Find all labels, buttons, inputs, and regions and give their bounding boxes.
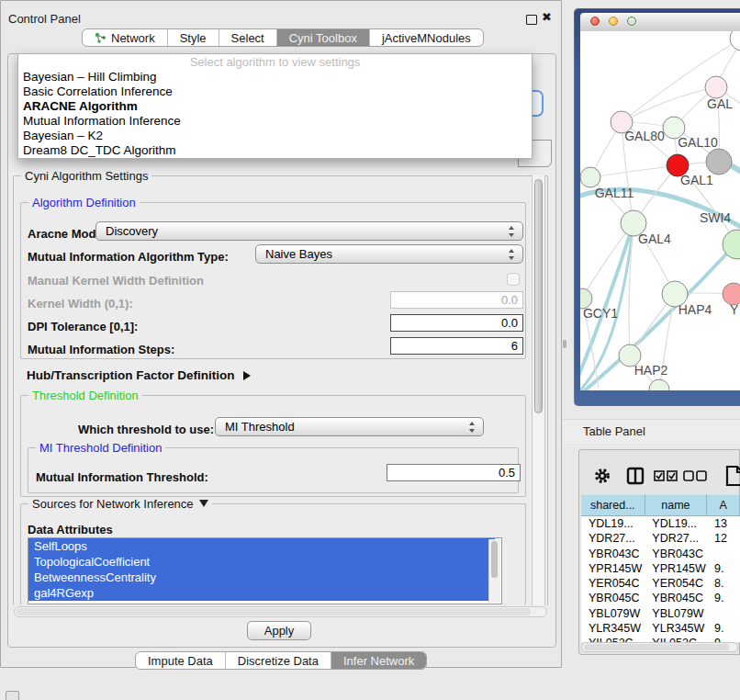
panel-divider-handle[interactable] [563,340,566,348]
manual-kernel-checkbox[interactable] [507,273,520,286]
close-traffic-light-icon[interactable] [590,17,600,26]
attribute-item-gal4rgexp[interactable]: gal4RGexp [28,585,495,601]
table-scrollbar-thumb[interactable] [584,644,729,650]
table-body: YDL19...YDL19...13YDR27...YDR27...12YBR0… [581,516,740,642]
hub-definition-toggle[interactable]: Hub/Transcription Factor Definition [27,368,251,382]
close-icon[interactable]: ✖ [542,10,552,24]
float-window-icon[interactable] [526,15,537,25]
unchecked-boxes-icon[interactable] [683,469,707,482]
table-cell: 13 [707,516,740,531]
mini-grip-icon[interactable] [6,691,19,700]
aracne-mode-combo[interactable]: Discovery [95,221,523,241]
tab-impute-data[interactable]: Impute Data [136,652,225,669]
list-scrollbar-thumb[interactable] [491,541,498,578]
network-window-titlebar[interactable] [580,13,740,32]
which-threshold-combo[interactable]: MI Threshold [215,417,484,436]
gear-icon[interactable] [593,467,611,485]
table-cell: YPR145W [581,561,645,576]
table-cell: YDL19... [645,516,707,531]
table-cell [707,547,740,561]
algorithm-option-bayesian-k2[interactable]: Bayesian – K2 [18,129,532,143]
network-edge[interactable] [590,165,678,177]
settings-horizontal-scrollbar[interactable] [14,606,547,617]
network-edge[interactable] [582,223,633,299]
spinner-arrows-icon [509,225,515,238]
network-node-gal11[interactable] [580,167,600,187]
mi-threshold-legend: MI Threshold Definition [36,441,165,455]
algorithm-option-aracne-algorithm[interactable]: ARACNE Algorithm [18,99,532,114]
sources-legend[interactable]: Sources for Network Inference [28,497,212,511]
kernel-width-input[interactable] [390,291,523,309]
apply-button[interactable]: Apply [247,621,311,640]
settings-scrollbar-thumb[interactable] [534,179,543,413]
document-icon[interactable] [725,465,740,487]
network-graph-icon [95,32,107,44]
network-node[interactable] [706,149,732,175]
tab-cyni-toolbox[interactable]: Cyni Toolbox [276,29,369,46]
network-node-gal[interactable] [705,76,727,98]
data-attributes-list[interactable]: SelfLoopsTopologicalCoefficientBetweenne… [28,537,502,604]
table-cell: YDR27... [581,531,645,546]
table-cell: YLR345W [581,621,645,636]
column-header-a[interactable]: A [707,494,740,516]
table-row[interactable]: YLR345WYLR345W9. [581,621,740,636]
hub-definition-label: Hub/Transcription Factor Definition [27,368,235,382]
algorithm-option-basic-correlation-inference[interactable]: Basic Correlation Inference [18,85,532,99]
top-tab-bar: NetworkStyleSelectCyni ToolboxjActiveMNo… [82,28,484,47]
mi-type-combo[interactable]: Naive Bayes [255,244,523,264]
table-cell: YBR045C [645,591,707,605]
table-row[interactable]: YBL079WYBL079W [581,606,740,621]
tab-style[interactable]: Style [167,29,219,46]
algorithm-definition-legend: Algorithm Definition [28,196,140,209]
tab-discretize-data[interactable]: Discretize Data [225,652,331,669]
which-threshold-label: Which threshold to use: [78,423,214,436]
table-cell: YBR043C [581,547,645,561]
table-row[interactable]: YBR043CYBR043C [581,547,740,561]
table-cell: 9. [707,561,740,576]
column-header-shared[interactable]: shared... [581,494,645,516]
tab-label: Cyni Toolbox [289,31,357,45]
table-row[interactable]: YDL19...YDL19...13 [581,516,740,531]
spinner-arrows-icon [469,421,476,434]
settings-vertical-scrollbar[interactable] [532,175,545,605]
tab-label: jActiveMNodules [382,31,471,45]
table-row[interactable]: YER054CYER054C8. [581,576,740,591]
algorithm-option-bayesian-hill-climbing[interactable]: Bayesian – Hill Climbing [18,70,532,85]
tab-network[interactable]: Network [83,29,167,46]
node-label: GAL4 [638,231,671,246]
collapsed-arrow-icon [243,371,251,380]
minimize-traffic-light-icon[interactable] [609,17,618,26]
attribute-item-selfloops[interactable]: SelfLoops [28,538,495,554]
network-edge[interactable] [622,87,716,122]
tab-label: Infer Network [343,654,414,668]
tab-select[interactable]: Select [219,29,276,46]
tab-label: Network [111,31,155,45]
tab-jactivemnodules[interactable]: jActiveMNodules [369,29,483,46]
settings-hscrollbar-thumb[interactable] [17,608,531,615]
table-cell: YBL079W [645,606,707,621]
mi-threshold-label: Mutual Information Threshold: [36,470,208,484]
mi-threshold-input[interactable] [387,464,521,481]
dpi-tolerance-input[interactable] [390,314,523,332]
attribute-item-topologicalcoefficient[interactable]: TopologicalCoefficient [28,554,495,570]
node-label: GAL1 [680,173,713,187]
algorithm-option-mutual-information-inference[interactable]: Mutual Information Inference [18,114,532,129]
table-row[interactable]: YIL052CYIL052C9 [581,636,740,642]
network-canvas[interactable]: GALGAL80GAL10GAL1GAL11SWI4GAL4GCY1HAP4YH… [580,31,740,390]
zoom-traffic-light-icon[interactable] [627,17,636,26]
table-row[interactable]: YPR145WYPR145W9. [581,561,740,576]
node-label: GAL11 [595,186,634,200]
checked-boxes-icon[interactable] [654,469,678,482]
columns-icon[interactable] [626,467,645,485]
attribute-item-betweennesscentrality[interactable]: BetweennessCentrality [28,570,495,585]
table-horizontal-scrollbar[interactable] [581,642,738,652]
algorithm-option-dream8-dc-tdc-algorithm[interactable]: Dream8 DC_TDC Algorithm [18,143,532,158]
tab-infer-network[interactable]: Infer Network [331,652,426,669]
table-row[interactable]: YDR27...YDR27...12 [581,531,740,546]
mi-steps-input[interactable] [390,337,523,355]
column-header-name[interactable]: name [645,494,708,516]
table-cell: YER054C [581,576,645,591]
list-scrollbar[interactable] [488,539,500,603]
network-node[interactable] [730,31,740,51]
table-row[interactable]: YBR045CYBR045C9. [581,591,740,605]
